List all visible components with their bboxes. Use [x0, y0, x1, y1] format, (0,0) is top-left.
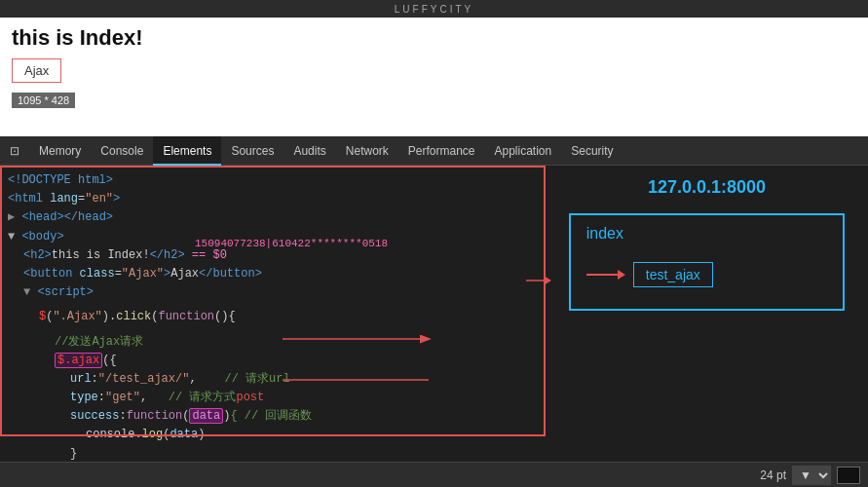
tab-elements[interactable]: Elements — [153, 136, 221, 166]
code-line-doctype: <!DOCTYPE html> — [8, 171, 538, 190]
code-line-head: ▶ <head></head> — [8, 208, 538, 227]
tab-console[interactable]: Console — [91, 136, 153, 166]
main-content: this is Index! Ajax 1095 * 428 — [0, 18, 868, 115]
page-title: this is Index! — [12, 25, 856, 51]
code-line-html: <html lang="en"> — [8, 190, 538, 208]
tab-memory[interactable]: Memory — [29, 136, 91, 166]
phone-number-overlay: 15094077238|610422********0518 — [195, 236, 388, 253]
tab-application[interactable]: Application — [485, 136, 562, 166]
devtools-panel: ⊡ Memory Console Elements Sources Audits… — [0, 136, 868, 487]
code-line-type: type:"get", // 请求方式post — [8, 389, 538, 407]
brand-label: LUFFYCITY — [395, 4, 473, 15]
code-panel: 15094077238|610422********0518 <!DOCTYPE… — [0, 166, 546, 462]
ajax-button[interactable]: Ajax — [12, 58, 61, 83]
devtools-footer: 24 pt ▼ — [0, 462, 868, 487]
code-line-comment-ajax: //发送Ajax请求 — [8, 333, 538, 352]
site-header: LUFFYCITY — [0, 0, 868, 18]
font-size-dropdown[interactable]: ▼ — [792, 466, 831, 485]
devtools-tabs: ⊡ Memory Console Elements Sources Audits… — [0, 136, 868, 166]
tab-performance[interactable]: Performance — [398, 136, 485, 166]
tab-security[interactable]: Security — [561, 136, 623, 166]
tab-audits[interactable]: Audits — [283, 136, 335, 166]
server-box: index test_ajax — [569, 213, 846, 311]
svg-marker-5 — [544, 276, 551, 285]
index-label: index — [586, 225, 828, 243]
code-line-consolelog: console.log(data) — [8, 426, 538, 444]
right-panel: 127.0.0.1:8000 index test_ajax — [546, 166, 868, 462]
size-label: 1095 * 428 — [12, 93, 75, 108]
server-address: 127.0.0.1:8000 — [553, 177, 860, 198]
code-line-url: url:"/test_ajax/", // 请求url — [8, 370, 538, 389]
tab-sources[interactable]: Sources — [221, 136, 283, 166]
code-line-click: $(".Ajax").click(function(){ — [8, 308, 538, 326]
code-line-brace1: } — [8, 445, 538, 462]
font-size-label: 24 pt — [760, 468, 786, 482]
code-line-button: <button class="Ajax">Ajax</button> — [8, 265, 538, 283]
arrow-to-test-ajax — [586, 263, 625, 286]
devtools-body: 15094077238|610422********0518 <!DOCTYPE… — [0, 166, 868, 462]
tab-network[interactable]: Network — [336, 136, 398, 166]
code-line-ajax-open: $.ajax({ — [8, 352, 538, 370]
svg-marker-3 — [618, 270, 625, 280]
color-swatch — [837, 467, 860, 484]
code-line-success: success:function(data){ // 回调函数 — [8, 407, 538, 426]
test-ajax-button[interactable]: test_ajax — [633, 262, 713, 287]
devtools-icon: ⊡ — [4, 144, 25, 158]
code-line-script-open: ▼ <script> — [8, 283, 538, 302]
